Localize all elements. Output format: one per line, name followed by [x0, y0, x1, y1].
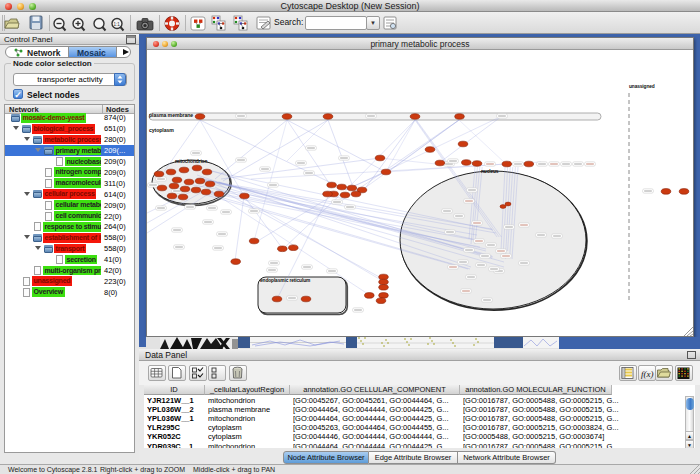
- svg-text:cytoplasm: cytoplasm: [149, 127, 174, 133]
- svg-text:f(x): f(x): [641, 368, 654, 378]
- svg-text:unassigned: unassigned: [629, 84, 655, 89]
- svg-text:plasma membrane: plasma membrane: [149, 112, 193, 118]
- svg-text:nucleus: nucleus: [481, 169, 499, 174]
- svg-text:mitochondrion: mitochondrion: [175, 159, 207, 164]
- svg-text:1:1: 1:1: [114, 22, 121, 27]
- svg-text:endoplasmic reticulum: endoplasmic reticulum: [260, 278, 310, 283]
